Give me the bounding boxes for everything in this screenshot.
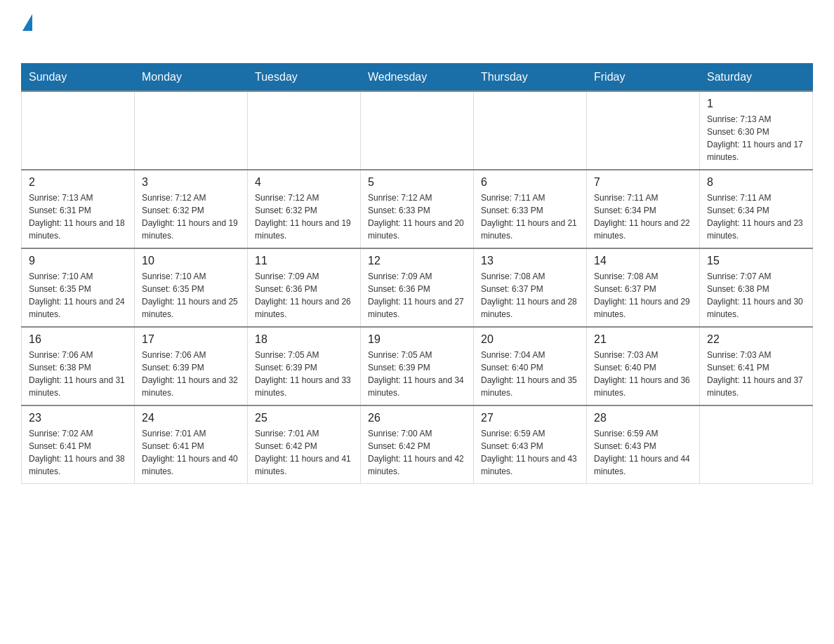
logo: [21, 14, 32, 51]
calendar-cell: 7Sunrise: 7:11 AMSunset: 6:34 PMDaylight…: [587, 170, 700, 248]
day-info: Sunrise: 7:12 AMSunset: 6:32 PMDaylight:…: [142, 192, 240, 242]
day-number: 26: [368, 412, 466, 424]
calendar-cell: 21Sunrise: 7:03 AMSunset: 6:40 PMDayligh…: [587, 327, 700, 405]
day-number: 5: [368, 176, 466, 189]
day-info: Sunrise: 7:09 AMSunset: 6:36 PMDaylight:…: [255, 270, 353, 321]
day-of-week-header: Saturday: [700, 64, 813, 92]
calendar-cell: [700, 405, 813, 484]
day-info: Sunrise: 7:09 AMSunset: 6:36 PMDaylight:…: [368, 270, 466, 321]
day-number: 7: [594, 176, 692, 189]
calendar-cell: 23Sunrise: 7:02 AMSunset: 6:41 PMDayligh…: [22, 405, 135, 484]
day-info: Sunrise: 7:13 AMSunset: 6:30 PMDaylight:…: [707, 113, 805, 163]
day-info: Sunrise: 7:11 AMSunset: 6:33 PMDaylight:…: [481, 192, 579, 242]
calendar-cell: 24Sunrise: 7:01 AMSunset: 6:41 PMDayligh…: [135, 405, 248, 484]
day-info: Sunrise: 7:10 AMSunset: 6:35 PMDaylight:…: [142, 270, 240, 321]
calendar-cell: 22Sunrise: 7:03 AMSunset: 6:41 PMDayligh…: [700, 327, 813, 405]
day-info: Sunrise: 7:02 AMSunset: 6:41 PMDaylight:…: [29, 427, 127, 478]
day-info: Sunrise: 7:07 AMSunset: 6:38 PMDaylight:…: [707, 270, 805, 321]
calendar-cell: 5Sunrise: 7:12 AMSunset: 6:33 PMDaylight…: [361, 170, 474, 248]
calendar-cell: 6Sunrise: 7:11 AMSunset: 6:33 PMDaylight…: [474, 170, 587, 248]
calendar-cell: 4Sunrise: 7:12 AMSunset: 6:32 PMDaylight…: [248, 170, 361, 248]
calendar-cell: 20Sunrise: 7:04 AMSunset: 6:40 PMDayligh…: [474, 327, 587, 405]
calendar-week-row: 1Sunrise: 7:13 AMSunset: 6:30 PMDaylight…: [22, 91, 813, 170]
calendar-cell: 10Sunrise: 7:10 AMSunset: 6:35 PMDayligh…: [135, 248, 248, 327]
day-number: 4: [255, 176, 353, 189]
day-number: 11: [255, 255, 353, 267]
calendar-cell: 1Sunrise: 7:13 AMSunset: 6:30 PMDaylight…: [700, 91, 813, 170]
day-info: Sunrise: 7:08 AMSunset: 6:37 PMDaylight:…: [481, 270, 579, 321]
calendar-cell: 3Sunrise: 7:12 AMSunset: 6:32 PMDaylight…: [135, 170, 248, 248]
day-info: Sunrise: 7:01 AMSunset: 6:42 PMDaylight:…: [255, 427, 353, 478]
day-info: Sunrise: 7:00 AMSunset: 6:42 PMDaylight:…: [368, 427, 466, 478]
day-number: 24: [142, 412, 240, 424]
calendar-cell: 12Sunrise: 7:09 AMSunset: 6:36 PMDayligh…: [361, 248, 474, 327]
calendar-cell: 19Sunrise: 7:05 AMSunset: 6:39 PMDayligh…: [361, 327, 474, 405]
day-number: 10: [142, 255, 240, 267]
calendar-cell: [135, 91, 248, 170]
calendar-cell: 16Sunrise: 7:06 AMSunset: 6:38 PMDayligh…: [22, 327, 135, 405]
day-of-week-header: Friday: [587, 64, 700, 92]
calendar-cell: 18Sunrise: 7:05 AMSunset: 6:39 PMDayligh…: [248, 327, 361, 405]
calendar-cell: [587, 91, 700, 170]
calendar-cell: 17Sunrise: 7:06 AMSunset: 6:39 PMDayligh…: [135, 327, 248, 405]
day-info: Sunrise: 7:01 AMSunset: 6:41 PMDaylight:…: [142, 427, 240, 478]
day-info: Sunrise: 7:06 AMSunset: 6:39 PMDaylight:…: [142, 349, 240, 399]
calendar-cell: 13Sunrise: 7:08 AMSunset: 6:37 PMDayligh…: [474, 248, 587, 327]
day-info: Sunrise: 7:03 AMSunset: 6:41 PMDaylight:…: [707, 349, 805, 399]
calendar-cell: 27Sunrise: 6:59 AMSunset: 6:43 PMDayligh…: [474, 405, 587, 484]
page-header: [21, 14, 813, 51]
day-info: Sunrise: 7:03 AMSunset: 6:40 PMDaylight:…: [594, 349, 692, 399]
calendar-cell: 26Sunrise: 7:00 AMSunset: 6:42 PMDayligh…: [361, 405, 474, 484]
day-number: 2: [29, 176, 127, 189]
calendar-cell: 8Sunrise: 7:11 AMSunset: 6:34 PMDaylight…: [700, 170, 813, 248]
calendar-table: SundayMondayTuesdayWednesdayThursdayFrid…: [21, 63, 813, 484]
day-info: Sunrise: 7:04 AMSunset: 6:40 PMDaylight:…: [481, 349, 579, 399]
day-number: 20: [481, 333, 579, 346]
day-of-week-header: Monday: [135, 64, 248, 92]
day-of-week-header: Tuesday: [248, 64, 361, 92]
day-of-week-header: Wednesday: [361, 64, 474, 92]
logo-arrow-icon: [22, 14, 32, 31]
calendar-cell: 28Sunrise: 6:59 AMSunset: 6:43 PMDayligh…: [587, 405, 700, 484]
calendar-cell: 11Sunrise: 7:09 AMSunset: 6:36 PMDayligh…: [248, 248, 361, 327]
day-info: Sunrise: 6:59 AMSunset: 6:43 PMDaylight:…: [481, 427, 579, 478]
day-number: 18: [255, 333, 353, 346]
calendar-week-row: 2Sunrise: 7:13 AMSunset: 6:31 PMDaylight…: [22, 170, 813, 248]
calendar-cell: 9Sunrise: 7:10 AMSunset: 6:35 PMDaylight…: [22, 248, 135, 327]
day-number: 12: [368, 255, 466, 267]
calendar-cell: 15Sunrise: 7:07 AMSunset: 6:38 PMDayligh…: [700, 248, 813, 327]
day-number: 19: [368, 333, 466, 346]
day-info: Sunrise: 7:12 AMSunset: 6:33 PMDaylight:…: [368, 192, 466, 242]
calendar-header-row: SundayMondayTuesdayWednesdayThursdayFrid…: [22, 64, 813, 92]
calendar-cell: 2Sunrise: 7:13 AMSunset: 6:31 PMDaylight…: [22, 170, 135, 248]
calendar-cell: [474, 91, 587, 170]
day-info: Sunrise: 7:12 AMSunset: 6:32 PMDaylight:…: [255, 192, 353, 242]
day-number: 13: [481, 255, 579, 267]
day-number: 17: [142, 333, 240, 346]
day-info: Sunrise: 6:59 AMSunset: 6:43 PMDaylight:…: [594, 427, 692, 478]
calendar-cell: 14Sunrise: 7:08 AMSunset: 6:37 PMDayligh…: [587, 248, 700, 327]
day-number: 9: [29, 255, 127, 267]
day-number: 28: [594, 412, 692, 424]
day-number: 23: [29, 412, 127, 424]
day-number: 22: [707, 333, 805, 346]
day-number: 6: [481, 176, 579, 189]
calendar-week-row: 23Sunrise: 7:02 AMSunset: 6:41 PMDayligh…: [22, 405, 813, 484]
day-info: Sunrise: 7:11 AMSunset: 6:34 PMDaylight:…: [707, 192, 805, 242]
calendar-week-row: 16Sunrise: 7:06 AMSunset: 6:38 PMDayligh…: [22, 327, 813, 405]
day-number: 3: [142, 176, 240, 189]
day-number: 14: [594, 255, 692, 267]
day-number: 25: [255, 412, 353, 424]
calendar-cell: [22, 91, 135, 170]
day-info: Sunrise: 7:11 AMSunset: 6:34 PMDaylight:…: [594, 192, 692, 242]
day-number: 27: [481, 412, 579, 424]
calendar-cell: 25Sunrise: 7:01 AMSunset: 6:42 PMDayligh…: [248, 405, 361, 484]
day-of-week-header: Thursday: [474, 64, 587, 92]
day-of-week-header: Sunday: [22, 64, 135, 92]
day-number: 8: [707, 176, 805, 189]
day-info: Sunrise: 7:05 AMSunset: 6:39 PMDaylight:…: [255, 349, 353, 399]
calendar-cell: [361, 91, 474, 170]
day-info: Sunrise: 7:10 AMSunset: 6:35 PMDaylight:…: [29, 270, 127, 321]
calendar-cell: [248, 91, 361, 170]
day-number: 21: [594, 333, 692, 346]
